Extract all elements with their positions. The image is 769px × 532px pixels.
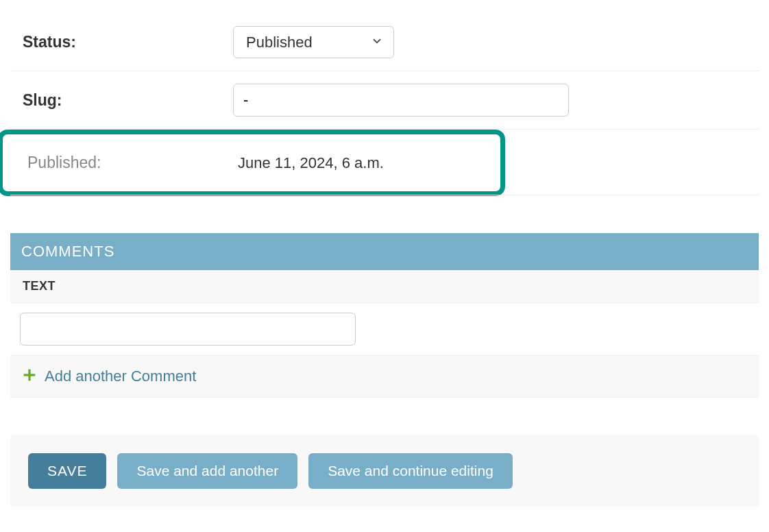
comment-row	[10, 303, 759, 356]
status-row: Status: Published	[10, 14, 759, 71]
submit-row: SAVE Save and add another Save and conti…	[10, 435, 759, 507]
slug-row: Slug:	[10, 71, 759, 130]
published-value: June 11, 2024, 6 a.m.	[238, 154, 384, 172]
published-label: Published:	[15, 154, 238, 172]
published-highlight: Published: June 11, 2024, 6 a.m.	[0, 130, 505, 196]
save-button[interactable]: SAVE	[28, 453, 106, 489]
row-divider	[10, 195, 759, 195]
status-select[interactable]: Published	[233, 26, 394, 58]
add-comment-link[interactable]: Add another Comment	[45, 367, 196, 385]
slug-input[interactable]	[233, 84, 569, 117]
svg-rect-1	[24, 374, 36, 376]
status-select-wrapper: Published	[233, 26, 394, 58]
slug-label: Slug:	[10, 91, 233, 110]
save-continue-button[interactable]: Save and continue editing	[308, 453, 513, 489]
published-row: Published: June 11, 2024, 6 a.m.	[15, 134, 500, 191]
add-comment-row[interactable]: Add another Comment	[10, 356, 759, 398]
status-label: Status:	[10, 33, 233, 51]
plus-icon	[23, 367, 36, 386]
comments-column-header: TEXT	[10, 270, 759, 303]
save-add-another-button[interactable]: Save and add another	[117, 453, 297, 489]
comments-section-header: COMMENTS	[10, 233, 759, 270]
comment-text-input[interactable]	[20, 313, 356, 346]
